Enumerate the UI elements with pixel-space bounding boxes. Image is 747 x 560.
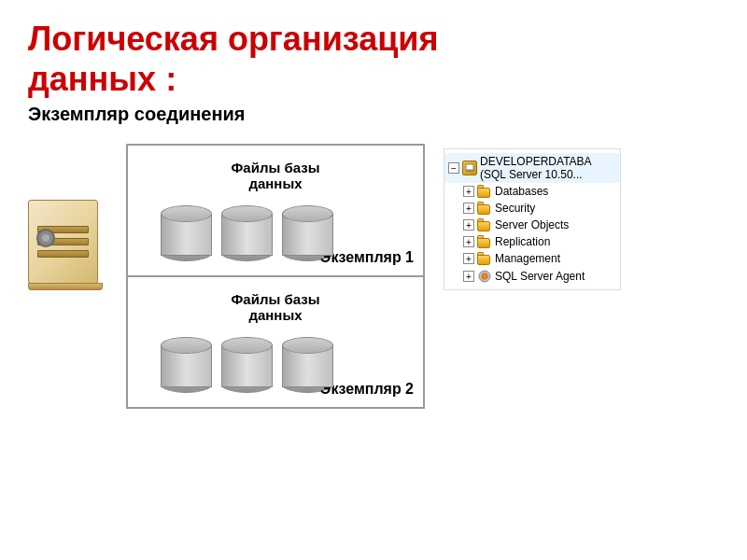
- title-line1: Логическая организация: [28, 20, 438, 58]
- server-objects-toggle[interactable]: +: [463, 219, 474, 231]
- instance2-files-label: Файлы базы данных: [142, 291, 409, 323]
- instance1-files-label: Файлы базы данных: [142, 160, 409, 191]
- security-folder-icon: [477, 202, 492, 215]
- databases-folder-icon: [477, 185, 492, 198]
- security-label: Security: [495, 202, 535, 215]
- instance2-label: Экземпляр 2: [320, 381, 414, 398]
- databases-toggle[interactable]: +: [463, 186, 474, 197]
- sql-agent-toggle[interactable]: +: [463, 271, 474, 282]
- instance-2: Файлы базы данных: [128, 277, 423, 407]
- databases-label: Databases: [495, 185, 548, 198]
- tree-item-replication[interactable]: + Replication: [444, 233, 620, 250]
- tree-root-label: DEVELOPERDATABA (SQL Server 10.50...: [480, 155, 616, 181]
- instances-box: Файлы базы данных: [126, 144, 425, 409]
- instance1-label: Экземпляр 1: [320, 249, 414, 266]
- sql-agent-label: SQL Server Agent: [495, 270, 585, 283]
- title-line2: данных :: [28, 60, 176, 98]
- cylinder-1-1: [161, 205, 212, 261]
- management-label: Management: [495, 252, 560, 265]
- tree-root[interactable]: − DEVELOPERDATABA (SQL Server 10.50...: [444, 153, 620, 183]
- replication-toggle[interactable]: +: [463, 236, 474, 247]
- security-toggle[interactable]: +: [463, 203, 474, 214]
- instance-1: Файлы базы данных: [128, 146, 423, 277]
- tree-panel: − DEVELOPERDATABA (SQL Server 10.50... +…: [444, 148, 621, 290]
- replication-label: Replication: [495, 235, 550, 248]
- cylinder-1-2: [221, 205, 273, 261]
- content-area: Файлы базы данных: [28, 144, 719, 409]
- svg-point-3: [482, 273, 487, 279]
- tree-item-server-objects[interactable]: + Server Objects: [444, 217, 620, 233]
- server-slot-3: [37, 250, 89, 258]
- management-folder-icon: [477, 252, 492, 265]
- server-base: [28, 283, 103, 290]
- tree-item-security[interactable]: + Security: [444, 200, 620, 217]
- tree-item-databases[interactable]: + Databases: [444, 183, 620, 200]
- server-icon: [462, 161, 477, 175]
- subtitle: Экземпляр соединения: [28, 104, 719, 125]
- cylinder-2-3: [282, 337, 333, 393]
- tree-root-toggle[interactable]: −: [448, 162, 459, 174]
- sql-agent-icon: [477, 269, 492, 284]
- cylinder-2-1: [161, 337, 212, 393]
- svg-rect-1: [466, 170, 473, 172]
- tree-item-management[interactable]: + Management: [444, 250, 620, 267]
- cylinder-1-3: [282, 205, 333, 261]
- slide: Логическая организация данных : Экземпля…: [0, 0, 747, 560]
- cylinder-2-2: [221, 337, 273, 393]
- page-title: Логическая организация данных :: [28, 19, 719, 99]
- server-objects-folder-icon: [477, 218, 492, 231]
- replication-folder-icon: [477, 235, 492, 248]
- server-objects-label: Server Objects: [495, 218, 569, 231]
- svg-rect-0: [466, 164, 473, 170]
- server-body: [28, 200, 98, 284]
- management-toggle[interactable]: +: [463, 253, 474, 264]
- server-illustration: [28, 200, 107, 290]
- tree-item-sql-agent[interactable]: + SQL Server Agent: [444, 267, 620, 286]
